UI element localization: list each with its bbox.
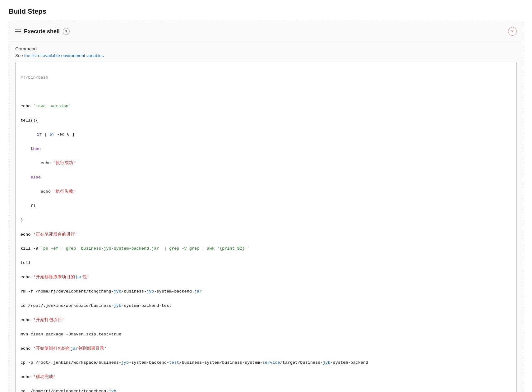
- code-line: echo '移动完成': [21, 374, 511, 381]
- help-icon[interactable]: ?: [63, 28, 70, 35]
- code-line: cp -p /root/.jenkins/workspace/business-…: [21, 359, 511, 367]
- code-line: fi: [21, 203, 511, 210]
- step-title: Execute shell: [24, 28, 60, 35]
- card-body: Command See the list of available enviro…: [9, 41, 523, 392]
- code-line: then: [21, 145, 511, 153]
- close-button[interactable]: ×: [508, 27, 517, 36]
- card-header-left: Execute shell ?: [15, 28, 70, 35]
- drag-handle-icon[interactable]: [15, 30, 21, 33]
- code-line: tell: [21, 260, 511, 267]
- command-label: Command: [15, 46, 517, 51]
- code-line: rm -f /home/rj/development/tongcheng-jyb…: [21, 288, 511, 295]
- code-editor[interactable]: #!/bin/bash echo `java -version` tell(){…: [15, 62, 517, 392]
- code-line: echo `java -version`: [21, 103, 511, 110]
- code-line: echo '开始打包项目': [21, 317, 511, 324]
- page-title: Build Steps: [9, 7, 523, 16]
- code-line: [21, 89, 511, 96]
- env-vars-link[interactable]: the list of available environment variab…: [24, 53, 104, 58]
- code-line: mvn clean package -Dmaven.skip.test=true: [21, 331, 511, 338]
- code-line: #!/bin/bash: [21, 74, 511, 81]
- code-line: cd /home/rj/development/tongcheng-jyb: [21, 388, 511, 392]
- code-line: }: [21, 217, 511, 224]
- code-line: cd /root/.jenkins/workspace/business-jyb…: [21, 302, 511, 310]
- code-line: if [ $? -eq 0 ]: [21, 131, 511, 138]
- code-line: echo '正在杀死后台的进行': [21, 231, 511, 238]
- code-line: echo '开始复制打包好的jar包到部署目录': [21, 345, 511, 353]
- code-line: echo "执行成功": [21, 160, 511, 167]
- code-line: kill -9 `ps -ef | grep business-jyb-syst…: [21, 245, 511, 252]
- build-step-card: Execute shell ? × Command See the list o…: [9, 22, 523, 392]
- env-prefix: See: [15, 53, 24, 58]
- code-line: echo '开始移除原来项目的jar包': [21, 274, 511, 281]
- env-vars-line: See the list of available environment va…: [15, 53, 517, 58]
- card-header: Execute shell ? ×: [9, 22, 523, 41]
- code-line: tell(){: [21, 117, 511, 124]
- code-line: echo "执行失败": [21, 188, 511, 196]
- code-line: else: [21, 174, 511, 181]
